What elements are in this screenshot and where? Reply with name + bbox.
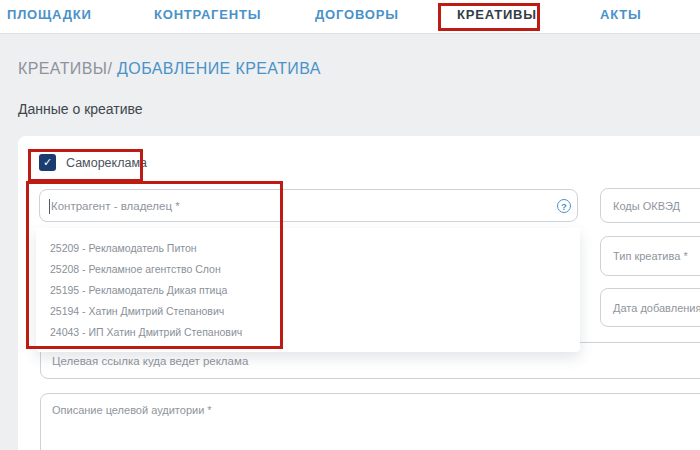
text-caret	[49, 199, 50, 214]
self-ad-checkbox-label: Самореклама	[66, 156, 147, 170]
target-link-placeholder: Целевая ссылка куда ведет реклама	[52, 355, 248, 367]
creative-type-placeholder: Тип креатива *	[613, 250, 688, 262]
audience-placeholder: Описание целевой аудитории *	[52, 404, 212, 416]
date-added-input[interactable]: Дата добавления	[600, 288, 700, 327]
self-ad-checkbox-row: ✓ Самореклама	[39, 154, 147, 171]
question-mark-glyph: ?	[561, 201, 567, 212]
tab-ploshchadki[interactable]: ПЛОЩАДКИ	[7, 7, 92, 22]
help-icon[interactable]: ?	[557, 199, 571, 213]
creative-type-input[interactable]: Тип креатива *	[600, 236, 700, 276]
checkmark-icon: ✓	[43, 157, 52, 168]
date-added-placeholder: Дата добавления	[613, 302, 700, 314]
breadcrumb-current: ДОБАВЛЕНИЕ КРЕАТИВА	[117, 60, 321, 77]
dropdown-option[interactable]: 25209 - Рекламодатель Питон	[36, 238, 580, 259]
dropdown-option[interactable]: 24043 - ИП Хатин Дмитрий Степанович	[36, 322, 580, 343]
tab-dogovory[interactable]: ДОГОВОРЫ	[315, 7, 399, 22]
dropdown-option[interactable]: 25194 - Хатин Дмитрий Степанович	[36, 301, 580, 322]
section-title: Данные о креативе	[18, 101, 143, 117]
okved-codes-input[interactable]: Коды ОКВЭД	[600, 188, 700, 223]
breadcrumb-parent[interactable]: КРЕАТИВЫ/	[18, 60, 112, 77]
dropdown-option[interactable]: 25208 - Рекламное агентство Слон	[36, 259, 580, 280]
breadcrumb: КРЕАТИВЫ/ ДОБАВЛЕНИЕ КРЕАТИВА	[18, 60, 321, 78]
audience-description-textarea[interactable]: Описание целевой аудитории *	[40, 393, 700, 450]
top-nav-bar: ПЛОЩАДКИ КОНТРАГЕНТЫ ДОГОВОРЫ КРЕАТИВЫ А…	[0, 0, 700, 34]
dropdown-option[interactable]: 25195 - Рекламодатель Дикая птица	[36, 280, 580, 301]
owner-contragent-input[interactable]: Контрагент - владелец * ?	[39, 189, 578, 222]
tab-kontragenty[interactable]: КОНТРАГЕНТЫ	[154, 7, 261, 22]
tab-akty[interactable]: АКТЫ	[600, 7, 642, 22]
owner-contragent-placeholder: Контрагент - владелец *	[51, 200, 180, 212]
tab-kreativy[interactable]: КРЕАТИВЫ	[457, 7, 537, 22]
owner-dropdown-panel: 25209 - Рекламодатель Питон 25208 - Рекл…	[36, 228, 580, 352]
okved-placeholder: Коды ОКВЭД	[613, 200, 680, 212]
self-ad-checkbox[interactable]: ✓	[39, 154, 56, 171]
